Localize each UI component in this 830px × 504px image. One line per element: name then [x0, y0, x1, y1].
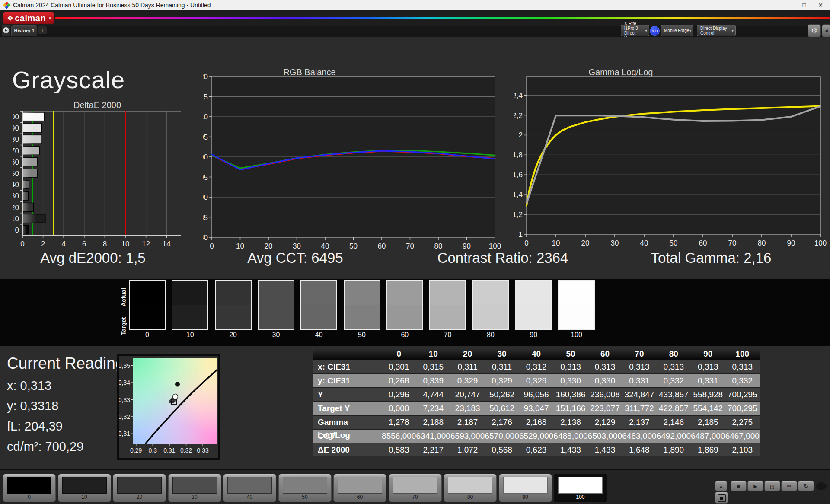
rgb-xtick-label: 60 — [378, 242, 386, 250]
table-col-header: 80 — [657, 348, 691, 360]
tab-history-1[interactable]: History 1 — [11, 25, 37, 36]
refresh-button[interactable]: ↻ — [798, 481, 814, 491]
rainbow-accent-bar — [55, 17, 830, 19]
pattern-button-0[interactable]: 0 — [3, 474, 56, 502]
table-cell: 50,262 — [485, 388, 519, 401]
swatch-actual — [473, 281, 508, 305]
tab-scroll-button[interactable]: ▶ — [2, 25, 10, 36]
status-led — [816, 482, 827, 490]
table-cell: 151,166 — [553, 402, 587, 415]
gamma-xtick-label: 90 — [787, 239, 795, 247]
swatch-actual — [345, 281, 380, 305]
rgb-ytick-label: 120 — [203, 73, 208, 81]
deltae-ytick-label: 0 — [15, 226, 19, 234]
swatch-target — [430, 305, 465, 329]
measurement-table: 0102030405060708090100x: CIE310,3010,315… — [313, 348, 760, 456]
table-cell: 0,339 — [416, 374, 450, 387]
cie-current-reading-dot — [172, 394, 178, 399]
deltae-bar-sheen — [22, 180, 29, 189]
deltae-ytick-label: 80 — [13, 135, 19, 144]
cie-ytick-label: 0,33 — [119, 396, 130, 403]
table-row-label: Y — [313, 388, 382, 401]
gamma-xtick-label: 80 — [758, 239, 766, 247]
meter-line1: X-Rite i1Pro 3 — [624, 21, 638, 31]
gray-swatch-40 — [300, 280, 337, 330]
table-cell: 93,047 — [519, 402, 553, 415]
reading-y: y: 0,3318 — [7, 399, 58, 413]
charts-area: Grayscale DeltaE 2000 RGB Balance Gamma … — [0, 37, 830, 279]
pattern-button-90[interactable]: 90 — [499, 474, 552, 502]
chevron-left-icon: ◀ — [825, 29, 828, 33]
source-select[interactable]: Mobile Forge ▾ — [661, 25, 693, 36]
pattern-button-60[interactable]: 60 — [333, 474, 386, 502]
deltae-xtick-label: 4 — [61, 240, 65, 248]
table-cell: 0,568 — [485, 443, 519, 456]
pattern-label: 20 — [113, 494, 166, 500]
single-measure-icon: [·] — [770, 484, 775, 489]
continuous-measure-button[interactable]: ∞ — [781, 481, 797, 491]
table-cell: 6487,000 — [691, 430, 725, 443]
gray-swatch-label: 10 — [172, 331, 208, 339]
rgb-xtick-label: 0 — [210, 242, 214, 250]
gamma-xtick-label: 0 — [524, 239, 528, 247]
pattern-button-10[interactable]: 10 — [58, 474, 111, 502]
table-cell: 558,928 — [691, 388, 725, 401]
pattern-button-80[interactable]: 80 — [444, 474, 497, 502]
table-cell: 0,330 — [588, 374, 622, 387]
table-cell: 2,168 — [519, 416, 553, 429]
settings-button[interactable]: ⚙ — [808, 24, 821, 37]
single-measure-button[interactable]: [·] — [764, 481, 780, 491]
pattern-button-30[interactable]: 30 — [168, 474, 221, 502]
pattern-button-100[interactable]: 100 — [554, 474, 607, 502]
pattern-window-button[interactable] — [715, 492, 728, 504]
pattern-bar-expand-button[interactable]: ▲ — [715, 481, 727, 491]
chevron-down-icon: ▾ — [731, 29, 734, 33]
pattern-button-40[interactable]: 40 — [223, 474, 276, 502]
rgb-ytick-label: 110 — [203, 113, 208, 121]
meter-select[interactable]: X-Rite i1Pro 3 Direct View ▾ — [621, 25, 649, 36]
pattern-label: 90 — [499, 494, 552, 500]
swatch-actual — [559, 281, 594, 305]
stop-button[interactable]: ■ — [731, 481, 747, 491]
calman-menu-button[interactable]: ❖ calman ▾ — [3, 12, 54, 24]
gray-swatch-80 — [472, 280, 509, 330]
gray-swatch-label: 70 — [429, 331, 466, 339]
meter-badge: 693 — [650, 26, 660, 36]
table-cell: 50,612 — [485, 402, 519, 415]
deltae-ytick-label: 10 — [13, 215, 19, 223]
table-cell: 2,176 — [485, 416, 519, 429]
gamma-xtick-label: 30 — [611, 239, 619, 247]
table-cell: 311,772 — [622, 402, 656, 415]
pattern-button-20[interactable]: 20 — [113, 474, 166, 502]
play-button[interactable]: ▶ — [747, 481, 763, 491]
maximize-button[interactable]: □ — [797, 0, 811, 10]
rgb-xtick-label: 90 — [463, 242, 471, 250]
swatch-actual — [430, 281, 465, 305]
table-cell: 8556,000 — [382, 430, 416, 443]
table-cell: 223,077 — [588, 402, 622, 415]
gamma-xtick-label: 70 — [728, 239, 737, 247]
gamma-line-chart: 11,21,41,61,822,22,401020304050607080901… — [514, 68, 830, 252]
rgb-balance-line-chart: 8085909510010511011512001020304050607080… — [203, 68, 506, 252]
deltae-bar-sheen — [22, 112, 44, 121]
cie-ytick-label: 0,32 — [119, 413, 130, 420]
collapse-panel-button[interactable]: ◀ — [822, 24, 830, 37]
pattern-bar: ▲ ■ ▶ [·] ∞ ↻ « Back Next » 010203040506… — [0, 469, 830, 504]
deltae-xtick-label: 14 — [163, 240, 171, 248]
pattern-button-70[interactable]: 70 — [389, 474, 442, 502]
table-cell: 422,857 — [657, 402, 691, 415]
add-tab-button[interactable]: + — [38, 26, 47, 34]
table-cell: 1,869 — [691, 443, 725, 456]
close-button[interactable]: ✕ — [813, 0, 828, 10]
cie-xtick-label: 0,29 — [130, 447, 142, 454]
display-control-select[interactable]: Direct Display Control ▾ — [697, 25, 736, 36]
pattern-button-50[interactable]: 50 — [278, 474, 332, 502]
table-cell: 0,332 — [725, 374, 760, 387]
minimize-button[interactable]: – — [760, 0, 775, 10]
table-cell: 0,312 — [519, 360, 553, 373]
table-cell: 700,295 — [725, 402, 760, 415]
table-cell: 6570,000 — [485, 430, 519, 443]
table-cell: 0,313 — [553, 360, 587, 373]
pattern-chip — [448, 477, 492, 494]
table-corner-cell — [313, 348, 382, 360]
